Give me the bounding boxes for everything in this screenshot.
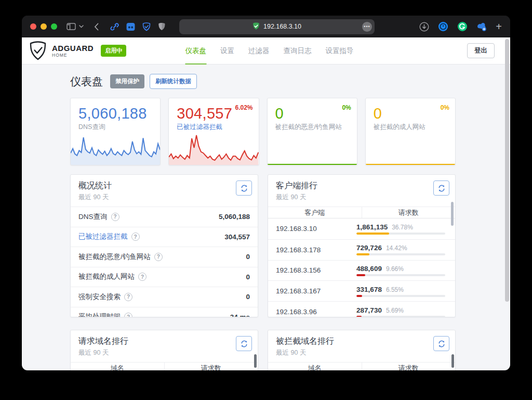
nav-item-4[interactable]: 查询日志 xyxy=(283,37,311,64)
shield-icon[interactable] xyxy=(158,22,166,31)
stats-row: DNS查询?5,060,188 xyxy=(71,207,258,227)
brand-name: ADGUARD xyxy=(52,44,94,52)
help-icon[interactable]: ? xyxy=(124,293,132,301)
column-header-domain: 域名 xyxy=(268,363,362,370)
client-row: 192.168.3.96287,7305.69% xyxy=(268,301,455,317)
status-badge: 启用中 xyxy=(101,45,126,57)
stats-row-label: 强制安全搜索 xyxy=(78,292,121,302)
browser-titlebar: 192.168.3.10 ••• + xyxy=(22,16,510,37)
link-icon[interactable] xyxy=(110,22,119,31)
card-subtitle: 最近 90 天 xyxy=(276,349,447,357)
stats-row-label: DNS查询 xyxy=(78,212,108,222)
stat-cards: 5,060,188DNS查询304,5576.02%已被过滤器拦截00%被拦截的… xyxy=(70,98,456,165)
chevron-down-icon[interactable] xyxy=(79,25,84,28)
stat-card-4: 00%被拦截的成人网站 xyxy=(365,98,456,165)
card-title: 请求域名排行 xyxy=(78,336,250,347)
column-header-requests: 请求数 xyxy=(362,207,456,218)
stat-card-3: 00%被拦截的恶意/钓鱼网站 xyxy=(267,98,357,165)
close-window-button[interactable] xyxy=(30,23,36,30)
stat-percentage: 0% xyxy=(342,104,351,111)
nav-item-1[interactable]: 仪表盘 xyxy=(185,37,206,64)
client-stats: 488,6099.66% xyxy=(356,265,447,276)
zoom-window-button[interactable] xyxy=(51,23,57,30)
onepassword-icon[interactable] xyxy=(438,21,448,32)
refresh-card-button[interactable] xyxy=(236,336,252,351)
stats-row-label: 被拦截的恶意/钓鱼网站 xyxy=(78,252,151,262)
nav-item-2[interactable]: 设置 xyxy=(220,37,234,64)
sparkline-flat xyxy=(366,164,455,165)
stat-card-2: 304,5576.02%已被过滤器拦截 xyxy=(168,98,259,165)
stats-row: 平均处理时间?34 ms xyxy=(71,307,258,318)
stats-row: 被拦截的恶意/钓鱼网站?0 xyxy=(71,247,258,267)
help-icon[interactable]: ? xyxy=(111,213,119,221)
help-icon[interactable]: ? xyxy=(154,253,163,261)
stats-row-value: 0 xyxy=(246,253,250,261)
client-row: 192.168.3.178729,72614.42% xyxy=(268,239,455,260)
disable-protection-button[interactable]: 禁用保护 xyxy=(110,74,144,88)
stats-row-value: 5,060,188 xyxy=(219,213,250,221)
back-icon[interactable] xyxy=(94,23,99,31)
stats-row: 被拦截的成人网站?0 xyxy=(71,267,258,287)
sidebar-icon[interactable] xyxy=(66,23,76,30)
table-scrollbar[interactable] xyxy=(254,354,257,368)
adguard-logo[interactable]: ADGUARD HOME 启用中 xyxy=(29,41,126,60)
progress-bar-fill xyxy=(356,253,369,255)
client-stats: 331,6786.55% xyxy=(356,286,447,297)
progress-bar-fill xyxy=(356,316,362,317)
grammarly-icon[interactable] xyxy=(457,21,468,32)
card-subtitle: 最近 90 天 xyxy=(78,349,250,357)
app-header: ADGUARD HOME 启用中 仪表盘设置过滤器查询日志设置指导 登出 xyxy=(22,37,510,64)
table-header: 域名请求数 xyxy=(71,362,258,370)
url-text: 192.168.3.10 xyxy=(263,23,301,30)
client-count: 287,730 xyxy=(356,306,382,314)
help-icon[interactable]: ? xyxy=(138,273,147,281)
refresh-icon xyxy=(241,185,248,192)
stat-label[interactable]: 已被过滤器拦截 xyxy=(177,123,258,132)
stat-label: DNS查询 xyxy=(78,123,160,132)
refresh-card-button[interactable] xyxy=(433,336,449,351)
client-numbers: 331,6786.55% xyxy=(356,286,445,293)
app-square-icon[interactable] xyxy=(126,22,135,31)
page-title: 仪表盘 xyxy=(70,74,103,89)
brand-subtitle: HOME xyxy=(52,53,94,58)
client-address: 192.168.3.178 xyxy=(276,246,356,254)
page-content: ADGUARD HOME 启用中 仪表盘设置过滤器查询日志设置指导 登出 仪表盘… xyxy=(22,37,510,370)
top-blocked-domains-card: 被拦截域名排行最近 90 天域名请求数 xyxy=(268,330,456,370)
table-scrollbar[interactable] xyxy=(451,354,454,368)
blue-extension-icon[interactable] xyxy=(476,21,487,32)
client-row: 192.168.3.167331,6786.55% xyxy=(268,280,455,301)
table-scrollbar[interactable] xyxy=(451,202,454,226)
client-address: 192.168.3.167 xyxy=(276,287,356,295)
stats-row: 强制安全搜索?0 xyxy=(71,287,258,307)
top-clients-card: 客户端排行 最近 90 天 客户端 请求数 192.168.3.101,861,… xyxy=(268,174,456,317)
traffic-lights xyxy=(30,23,57,30)
stat-label: 被拦截的恶意/钓鱼网站 xyxy=(275,123,357,132)
card-head: 请求域名排行最近 90 天 xyxy=(71,330,258,362)
adguard-extension-icon[interactable] xyxy=(142,22,151,31)
refresh-card-button[interactable] xyxy=(236,180,252,196)
help-icon[interactable]: ? xyxy=(131,233,140,241)
stat-value: 0 xyxy=(275,105,350,122)
stats-row-label[interactable]: 已被过滤器拦截 xyxy=(78,232,128,241)
domain-cards: 请求域名排行最近 90 天域名请求数被拦截域名排行最近 90 天域名请求数 xyxy=(70,330,456,370)
progress-bar-fill xyxy=(356,274,365,276)
nav-item-3[interactable]: 过滤器 xyxy=(248,37,270,64)
refresh-stats-button[interactable]: 刷新统计数据 xyxy=(150,74,197,89)
progress-bar-fill xyxy=(356,233,389,235)
help-icon[interactable]: ? xyxy=(124,313,132,317)
new-tab-icon[interactable]: + xyxy=(496,21,502,32)
nav-item-5[interactable]: 设置指导 xyxy=(325,37,353,64)
stats-row-value: 304,557 xyxy=(224,233,250,241)
card-title: 概况统计 xyxy=(78,180,250,191)
minimize-window-button[interactable] xyxy=(41,23,47,30)
browser-scrollbar[interactable] xyxy=(505,39,509,302)
stat-card-1: 5,060,188DNS查询 xyxy=(70,98,161,165)
more-icon[interactable]: ••• xyxy=(362,22,372,32)
downloads-icon[interactable] xyxy=(419,22,429,32)
refresh-card-button[interactable] xyxy=(433,180,449,196)
logout-button[interactable]: 登出 xyxy=(467,43,495,58)
client-address: 192.168.3.96 xyxy=(276,308,356,316)
sparkline-chart xyxy=(71,134,160,165)
client-numbers: 1,861,13536.78% xyxy=(356,223,445,231)
url-bar[interactable]: 192.168.3.10 ••• xyxy=(179,19,375,34)
